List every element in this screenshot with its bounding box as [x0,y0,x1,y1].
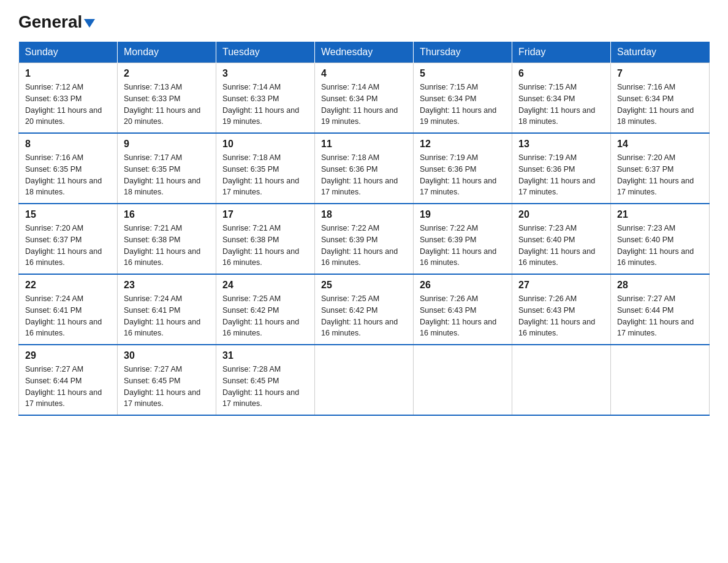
day-number: 11 [321,139,407,150]
calendar-day-cell: 28 Sunrise: 7:27 AMSunset: 6:44 PMDaylig… [611,274,710,345]
calendar-day-cell: 21 Sunrise: 7:23 AMSunset: 6:40 PMDaylig… [611,204,710,274]
logo: General [18,12,95,29]
day-number: 7 [617,68,703,79]
weekday-header-row: SundayMondayTuesdayWednesdayThursdayFrid… [19,42,710,63]
day-info: Sunrise: 7:23 AMSunset: 6:40 PMDaylight:… [518,224,595,267]
day-number: 16 [124,209,210,220]
day-info: Sunrise: 7:19 AMSunset: 6:36 PMDaylight:… [420,153,496,196]
day-number: 4 [321,68,407,79]
calendar-day-cell: 17 Sunrise: 7:21 AMSunset: 6:38 PMDaylig… [216,204,315,274]
calendar-day-cell: 1 Sunrise: 7:12 AMSunset: 6:33 PMDayligh… [19,63,118,134]
weekday-header-friday: Friday [512,42,611,63]
day-info: Sunrise: 7:15 AMSunset: 6:34 PMDaylight:… [420,83,496,126]
day-number: 9 [124,139,210,150]
day-info: Sunrise: 7:23 AMSunset: 6:40 PMDaylight:… [617,224,694,267]
weekday-header-thursday: Thursday [414,42,512,63]
calendar-day-cell: 14 Sunrise: 7:20 AMSunset: 6:37 PMDaylig… [611,133,710,204]
day-info: Sunrise: 7:14 AMSunset: 6:33 PMDaylight:… [222,83,299,126]
calendar-table: SundayMondayTuesdayWednesdayThursdayFrid… [18,42,710,416]
page-header: General [18,12,710,29]
calendar-week-row: 8 Sunrise: 7:16 AMSunset: 6:35 PMDayligh… [19,133,710,204]
day-number: 3 [222,68,308,79]
day-info: Sunrise: 7:17 AMSunset: 6:35 PMDaylight:… [124,153,200,196]
calendar-day-cell: 16 Sunrise: 7:21 AMSunset: 6:38 PMDaylig… [118,204,216,274]
day-info: Sunrise: 7:25 AMSunset: 6:42 PMDaylight:… [321,294,398,337]
day-info: Sunrise: 7:14 AMSunset: 6:34 PMDaylight:… [321,83,398,126]
day-number: 26 [420,280,506,291]
day-info: Sunrise: 7:12 AMSunset: 6:33 PMDaylight:… [25,83,102,126]
calendar-day-cell: 19 Sunrise: 7:22 AMSunset: 6:39 PMDaylig… [414,204,512,274]
calendar-day-cell: 2 Sunrise: 7:13 AMSunset: 6:33 PMDayligh… [118,63,216,134]
day-number: 2 [124,68,210,79]
day-number: 10 [222,139,308,150]
calendar-day-cell: 24 Sunrise: 7:25 AMSunset: 6:42 PMDaylig… [216,274,315,345]
weekday-header-wednesday: Wednesday [315,42,414,63]
day-number: 15 [25,209,111,220]
day-info: Sunrise: 7:25 AMSunset: 6:42 PMDaylight:… [222,294,299,337]
day-number: 23 [124,280,210,291]
day-number: 22 [25,280,111,291]
day-info: Sunrise: 7:19 AMSunset: 6:36 PMDaylight:… [518,153,595,196]
calendar-day-cell: 25 Sunrise: 7:25 AMSunset: 6:42 PMDaylig… [315,274,414,345]
day-number: 31 [222,350,308,361]
day-number: 18 [321,209,407,220]
day-number: 20 [518,209,604,220]
day-info: Sunrise: 7:15 AMSunset: 6:34 PMDaylight:… [518,83,595,126]
logo-general-text: General [18,12,82,32]
calendar-day-cell: 23 Sunrise: 7:24 AMSunset: 6:41 PMDaylig… [118,274,216,345]
calendar-week-row: 22 Sunrise: 7:24 AMSunset: 6:41 PMDaylig… [19,274,710,345]
calendar-day-cell: 31 Sunrise: 7:28 AMSunset: 6:45 PMDaylig… [216,345,315,415]
day-number: 1 [25,68,111,79]
day-info: Sunrise: 7:16 AMSunset: 6:35 PMDaylight:… [25,153,102,196]
calendar-day-cell: 6 Sunrise: 7:15 AMSunset: 6:34 PMDayligh… [512,63,611,134]
day-info: Sunrise: 7:20 AMSunset: 6:37 PMDaylight:… [617,153,694,196]
calendar-day-cell: 27 Sunrise: 7:26 AMSunset: 6:43 PMDaylig… [512,274,611,345]
day-info: Sunrise: 7:26 AMSunset: 6:43 PMDaylight:… [420,294,496,337]
day-number: 28 [617,280,703,291]
weekday-header-tuesday: Tuesday [216,42,315,63]
calendar-day-cell: 18 Sunrise: 7:22 AMSunset: 6:39 PMDaylig… [315,204,414,274]
day-info: Sunrise: 7:27 AMSunset: 6:44 PMDaylight:… [25,365,102,408]
day-number: 6 [518,68,604,79]
calendar-week-row: 29 Sunrise: 7:27 AMSunset: 6:44 PMDaylig… [19,345,710,415]
day-info: Sunrise: 7:18 AMSunset: 6:35 PMDaylight:… [222,153,299,196]
calendar-day-cell: 4 Sunrise: 7:14 AMSunset: 6:34 PMDayligh… [315,63,414,134]
calendar-day-cell [512,345,611,415]
day-info: Sunrise: 7:22 AMSunset: 6:39 PMDaylight:… [321,224,398,267]
day-number: 29 [25,350,111,361]
day-number: 21 [617,209,703,220]
day-number: 19 [420,209,506,220]
calendar-day-cell: 29 Sunrise: 7:27 AMSunset: 6:44 PMDaylig… [19,345,118,415]
day-info: Sunrise: 7:24 AMSunset: 6:41 PMDaylight:… [25,294,102,337]
calendar-day-cell: 10 Sunrise: 7:18 AMSunset: 6:35 PMDaylig… [216,133,315,204]
day-info: Sunrise: 7:26 AMSunset: 6:43 PMDaylight:… [518,294,595,337]
calendar-day-cell: 3 Sunrise: 7:14 AMSunset: 6:33 PMDayligh… [216,63,315,134]
calendar-day-cell: 15 Sunrise: 7:20 AMSunset: 6:37 PMDaylig… [19,204,118,274]
calendar-day-cell [611,345,710,415]
day-info: Sunrise: 7:13 AMSunset: 6:33 PMDaylight:… [124,83,200,126]
day-info: Sunrise: 7:21 AMSunset: 6:38 PMDaylight:… [222,224,299,267]
day-info: Sunrise: 7:18 AMSunset: 6:36 PMDaylight:… [321,153,398,196]
day-info: Sunrise: 7:21 AMSunset: 6:38 PMDaylight:… [124,224,200,267]
day-number: 25 [321,280,407,291]
calendar-day-cell: 12 Sunrise: 7:19 AMSunset: 6:36 PMDaylig… [414,133,512,204]
calendar-day-cell: 9 Sunrise: 7:17 AMSunset: 6:35 PMDayligh… [118,133,216,204]
weekday-header-monday: Monday [118,42,216,63]
calendar-day-cell: 11 Sunrise: 7:18 AMSunset: 6:36 PMDaylig… [315,133,414,204]
day-info: Sunrise: 7:27 AMSunset: 6:44 PMDaylight:… [617,294,694,337]
calendar-day-cell: 30 Sunrise: 7:27 AMSunset: 6:45 PMDaylig… [118,345,216,415]
calendar-week-row: 1 Sunrise: 7:12 AMSunset: 6:33 PMDayligh… [19,63,710,134]
calendar-day-cell: 13 Sunrise: 7:19 AMSunset: 6:36 PMDaylig… [512,133,611,204]
day-number: 12 [420,139,506,150]
calendar-day-cell [414,345,512,415]
calendar-day-cell: 5 Sunrise: 7:15 AMSunset: 6:34 PMDayligh… [414,63,512,134]
calendar-day-cell: 26 Sunrise: 7:26 AMSunset: 6:43 PMDaylig… [414,274,512,345]
calendar-day-cell: 8 Sunrise: 7:16 AMSunset: 6:35 PMDayligh… [19,133,118,204]
day-number: 24 [222,280,308,291]
calendar-week-row: 15 Sunrise: 7:20 AMSunset: 6:37 PMDaylig… [19,204,710,274]
logo-triangle-icon [84,19,95,28]
day-info: Sunrise: 7:27 AMSunset: 6:45 PMDaylight:… [124,365,200,408]
weekday-header-saturday: Saturday [611,42,710,63]
day-number: 13 [518,139,604,150]
calendar-day-cell: 20 Sunrise: 7:23 AMSunset: 6:40 PMDaylig… [512,204,611,274]
